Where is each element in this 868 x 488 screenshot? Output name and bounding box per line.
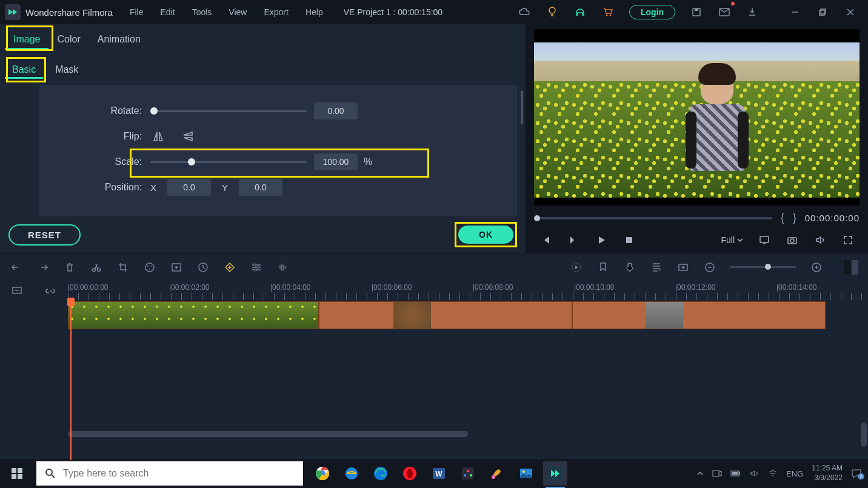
tray-wifi-icon[interactable] — [768, 469, 778, 478]
task-chrome-icon[interactable] — [310, 461, 335, 486]
search-box[interactable] — [36, 461, 303, 486]
flip-horizontal-icon[interactable] — [150, 129, 166, 144]
fullscreen-icon[interactable] — [836, 230, 860, 250]
tab-color[interactable]: Color — [48, 29, 88, 50]
pos-y-value[interactable]: 0.0 — [239, 179, 282, 196]
tray-notifications-icon[interactable]: 2 — [851, 469, 862, 478]
task-ie-icon[interactable] — [339, 461, 364, 486]
timeline-hscroll[interactable] — [68, 431, 468, 437]
mark-in-icon[interactable]: { — [781, 212, 784, 224]
adjust-icon[interactable] — [250, 261, 263, 274]
clip-3[interactable] — [572, 301, 826, 329]
start-button[interactable] — [0, 459, 34, 488]
tray-chevron-icon[interactable] — [696, 470, 704, 476]
timeline-vscroll[interactable] — [861, 423, 867, 447]
audio-wave-icon[interactable] — [276, 261, 290, 274]
redo-icon[interactable] — [36, 261, 50, 274]
tray-meet-icon[interactable] — [712, 469, 722, 478]
task-paint-icon[interactable] — [485, 461, 509, 486]
minimize-button[interactable] — [782, 3, 807, 21]
mic-icon[interactable] — [623, 261, 636, 274]
login-button[interactable]: Login — [629, 5, 675, 19]
undo-icon[interactable] — [10, 261, 23, 274]
headset-icon[interactable] — [571, 3, 589, 21]
scale-slider[interactable] — [150, 161, 307, 163]
ok-button[interactable]: OK — [458, 226, 513, 244]
preview-scrubber[interactable] — [534, 217, 772, 219]
search-input[interactable] — [63, 468, 295, 479]
tab-animation[interactable]: Animation — [89, 29, 149, 50]
pos-x-value[interactable]: 0.0 — [167, 179, 211, 196]
step-back-button[interactable] — [562, 230, 585, 250]
rotate-slider[interactable] — [150, 110, 307, 112]
green-screen-icon[interactable] — [170, 261, 183, 274]
crop-icon[interactable] — [116, 261, 130, 274]
keyframe-icon[interactable] — [223, 261, 236, 274]
play-button[interactable] — [590, 230, 613, 250]
menu-view[interactable]: View — [221, 7, 254, 17]
close-button[interactable] — [838, 3, 863, 21]
task-photos-icon[interactable] — [514, 461, 538, 486]
zoom-in-icon[interactable] — [810, 261, 823, 274]
task-word-icon[interactable]: W — [427, 461, 451, 486]
color-icon[interactable] — [143, 261, 156, 274]
split-icon[interactable] — [90, 261, 103, 274]
cart-icon[interactable] — [599, 3, 617, 21]
task-resolve-icon[interactable] — [456, 461, 480, 486]
download-icon[interactable] — [743, 3, 761, 21]
preview-video[interactable] — [534, 29, 860, 206]
auto-ripple-icon[interactable] — [10, 284, 24, 298]
speed-icon[interactable] — [196, 261, 210, 274]
subtab-mask[interactable]: Mask — [48, 61, 85, 79]
reset-button[interactable]: RESET — [8, 224, 81, 246]
clip-1[interactable] — [68, 301, 319, 329]
scrollbar[interactable] — [521, 91, 523, 124]
task-edge-icon[interactable] — [369, 461, 393, 486]
tab-image[interactable]: Image — [5, 29, 48, 50]
tray-volume-icon[interactable] — [750, 469, 760, 478]
zoom-slider[interactable] — [730, 266, 796, 268]
menu-edit[interactable]: Edit — [153, 7, 182, 17]
prev-frame-button[interactable] — [534, 230, 557, 250]
tray-battery-icon[interactable] — [730, 470, 741, 477]
menu-export[interactable]: Export — [256, 7, 295, 17]
maximize-button[interactable] — [810, 3, 835, 21]
svg-point-35 — [46, 469, 52, 475]
mail-icon[interactable] — [715, 3, 733, 21]
menu-help[interactable]: Help — [298, 7, 330, 17]
render-preview-icon[interactable] — [570, 261, 583, 274]
quality-select[interactable]: Full — [716, 235, 748, 245]
tray-clock[interactable]: 11:25 AM 3/9/2022 — [812, 464, 843, 483]
volume-icon[interactable] — [809, 230, 832, 250]
menu-file[interactable]: File — [122, 7, 151, 17]
tray-lang[interactable]: ENG — [786, 469, 803, 478]
timeline-ruler[interactable]: |00:00:00:00|00:00:02:00|00:00:04:00|00:… — [68, 281, 868, 301]
scale-value[interactable]: 100.00 — [314, 153, 358, 170]
render-icon[interactable] — [753, 230, 776, 250]
save-icon[interactable] — [687, 3, 706, 21]
cloud-icon[interactable] — [515, 3, 533, 21]
ruler-mark: |00:00:08:00 — [473, 283, 513, 292]
add-track-icon[interactable] — [676, 261, 690, 274]
stop-button[interactable] — [618, 230, 641, 250]
delete-icon[interactable] — [63, 261, 76, 274]
lightbulb-icon[interactable] — [543, 3, 561, 21]
mark-out-icon[interactable]: } — [793, 212, 796, 224]
video-track-1[interactable] — [68, 301, 826, 330]
track-view-switch[interactable] — [843, 260, 858, 275]
task-opera-icon[interactable] — [398, 461, 422, 486]
snapshot-icon[interactable] — [781, 230, 804, 250]
menu-tools[interactable]: Tools — [185, 7, 219, 17]
mixer-icon[interactable] — [650, 261, 663, 274]
link-icon[interactable] — [44, 284, 58, 298]
marker-icon[interactable] — [596, 261, 610, 274]
clip-2[interactable] — [319, 301, 572, 329]
zoom-out-icon[interactable] — [703, 261, 716, 274]
task-filmora-icon[interactable] — [543, 461, 567, 486]
ruler-mark: |00:00:10:00 — [574, 283, 615, 292]
flip-vertical-icon[interactable] — [181, 129, 196, 144]
rotate-value[interactable]: 0.00 — [314, 102, 358, 119]
subtab-basic[interactable]: Basic — [5, 61, 43, 79]
ruler-mark: |00:00:02:00 — [169, 283, 210, 292]
playhead[interactable] — [70, 301, 72, 460]
